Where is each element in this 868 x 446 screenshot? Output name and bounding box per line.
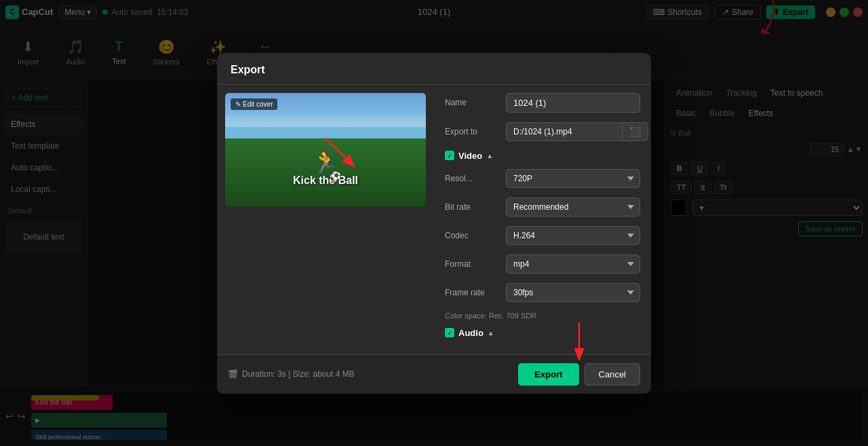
export-path-field: ⬛ [506, 122, 648, 141]
ball-figure: ⚽ [330, 171, 341, 182]
video-section-header: Video ▲ [445, 151, 640, 161]
audio-section-title: Audio [458, 328, 484, 338]
bitrate-select[interactable]: Recommended LowHigh [506, 198, 640, 217]
video-checkbox[interactable] [445, 151, 454, 160]
codec-row: Codec H.264 H.265ProRes [445, 226, 640, 245]
codec-select[interactable]: H.264 H.265ProRes [506, 226, 640, 245]
resolution-select[interactable]: 720P 360P480P1080P2K4K [506, 169, 640, 188]
modal-body: 🏃 ⚽ Kick th [217, 85, 651, 354]
browse-button[interactable]: ⬛ [623, 122, 648, 141]
resolution-label: Resol... [445, 174, 499, 183]
modal-title: Export [217, 53, 651, 85]
preview-image: 🏃 ⚽ Kick th [225, 93, 426, 207]
format-select[interactable]: mp4 movavi [506, 255, 640, 274]
framerate-select[interactable]: 30fps 24fps25fps60fps [506, 283, 640, 302]
color-space-text: Color space: Rec. 709 SDR [445, 312, 640, 320]
pencil-icon: ✎ [235, 100, 241, 108]
modal-overlay: Export 🏃 ⚽ [0, 0, 868, 446]
bitrate-row: Bit rate Recommended LowHigh [445, 198, 640, 217]
export-to-row: Export to ⬛ [445, 122, 640, 141]
footer-info: 🎬 Duration: 3s | Size: about 4 MB [228, 369, 355, 379]
edit-cover-label: Edit cover [243, 100, 273, 108]
format-row: Format mp4 movavi [445, 255, 640, 274]
format-label: Format [445, 259, 499, 269]
cancel-button[interactable]: Cancel [585, 363, 640, 386]
framerate-row: Frame rate 30fps 24fps25fps60fps [445, 283, 640, 302]
resolution-row: Resol... 720P 360P480P1080P2K4K [445, 169, 640, 188]
framerate-label: Frame rate [445, 288, 499, 297]
name-input[interactable] [506, 93, 640, 113]
video-section-arrow: ▲ [486, 152, 493, 160]
name-label: Name [445, 98, 499, 107]
modal-form: Name Export to ⬛ Video ▲ R [434, 85, 651, 354]
export-modal: Export 🏃 ⚽ [217, 53, 651, 394]
preview-title-text: Kick the Ball [293, 174, 358, 187]
modal-footer: 🎬 Duration: 3s | Size: about 4 MB Export… [217, 354, 651, 394]
video-file-icon: 🎬 [228, 369, 238, 379]
codec-label: Codec [445, 231, 499, 240]
duration-size-text: Duration: 3s | Size: about 4 MB [242, 369, 355, 379]
audio-checkbox[interactable] [445, 328, 454, 337]
edit-cover-button[interactable]: ✎ Edit cover [231, 98, 277, 110]
footer-buttons: Export Cancel [518, 363, 640, 386]
name-row: Name [445, 93, 640, 113]
bitrate-label: Bit rate [445, 202, 499, 212]
video-section-title: Video [458, 151, 482, 161]
export-confirm-button[interactable]: Export [518, 363, 578, 386]
audio-section-arrow: ▲ [488, 329, 494, 337]
audio-section-header: Audio ▲ [445, 328, 640, 338]
export-to-label: Export to [445, 127, 499, 136]
export-path-input[interactable] [506, 122, 623, 141]
modal-preview-section: 🏃 ⚽ Kick th [217, 85, 434, 354]
